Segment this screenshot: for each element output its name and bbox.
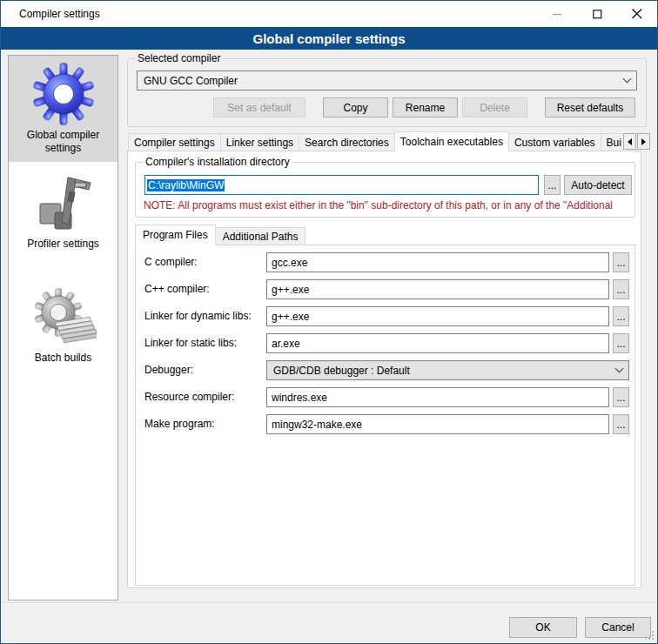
tab-search-directories[interactable]: Search directories <box>299 133 395 151</box>
tabs-clip: Compiler settings Linker settings Search… <box>128 131 621 151</box>
installation-directory-value: C:\raylib\MinGW <box>147 179 225 191</box>
group-label: Selected compiler <box>135 52 223 64</box>
selected-compiler-group: Selected compiler GNU GCC Compiler Set a… <box>127 58 647 127</box>
tab-linker-settings[interactable]: Linker settings <box>220 133 299 151</box>
installation-note: NOTE: All programs must exist either in … <box>144 199 634 211</box>
tab-toolchain-executables[interactable]: Toolchain executables <box>394 131 509 151</box>
tab-build-options[interactable]: Build options <box>601 133 621 151</box>
window-controls <box>537 1 657 27</box>
program-files-panel: C compiler: ... C++ compiler: ... Linker… <box>135 245 635 586</box>
caliper-profiler-icon <box>33 172 94 235</box>
blue-gear-icon <box>31 62 96 126</box>
maximize-icon <box>593 10 602 19</box>
rename-button[interactable]: Rename <box>393 97 458 117</box>
reset-defaults-button[interactable]: Reset defaults <box>545 97 635 117</box>
browse-resource-compiler-button[interactable]: ... <box>613 387 629 407</box>
compiler-select[interactable]: GNU GCC Compiler <box>137 70 637 91</box>
ok-button[interactable]: OK <box>509 617 577 638</box>
static-linker-input[interactable] <box>266 333 609 353</box>
field-label: Linker for static libs: <box>144 337 237 349</box>
debugger-select[interactable]: GDB/CDB debugger : Default <box>266 360 629 380</box>
field-label: C compiler: <box>144 256 198 268</box>
field-label: Make program: <box>144 418 215 430</box>
debugger-select-value: GDB/CDB debugger : Default <box>273 365 410 377</box>
field-row-make-program: Make program: ... <box>136 414 634 434</box>
browse-c-compiler-button[interactable]: ... <box>613 252 629 272</box>
settings-tabstrip: Compiler settings Linker settings Search… <box>128 131 650 151</box>
window-title: Compiler settings <box>19 8 100 20</box>
browse-cpp-compiler-button[interactable]: ... <box>613 279 629 299</box>
field-row-cpp-compiler: C++ compiler: ... <box>136 279 634 299</box>
sidebar-item-profiler-settings[interactable]: Profiler settings <box>9 172 118 258</box>
sidebar-item-label: Profiler settings <box>24 235 103 258</box>
field-row-dynamic-linker: Linker for dynamic libs: ... <box>136 306 634 326</box>
field-label: Resource compiler: <box>144 391 234 403</box>
auto-detect-button[interactable]: Auto-detect <box>564 175 632 195</box>
compiler-buttons-row: Set as default Copy Rename Delete Reset … <box>213 97 635 117</box>
dialog-banner: Global compiler settings <box>1 27 657 50</box>
field-label: Debugger: <box>144 364 193 376</box>
settings-sidebar: Global compiler settings Profiler settin… <box>8 55 118 600</box>
installation-directory-group: Compiler's installation directory C:\ray… <box>135 162 635 218</box>
installation-directory-input[interactable]: C:\raylib\MinGW <box>144 175 539 195</box>
browse-directory-button[interactable]: ... <box>544 175 561 195</box>
compiler-select-value: GNU GCC Compiler <box>144 75 238 87</box>
field-label: Linker for dynamic libs: <box>144 310 252 322</box>
tab-scroll-right-button[interactable] <box>637 133 650 150</box>
delete-button[interactable]: Delete <box>462 97 527 117</box>
close-button[interactable] <box>617 1 657 27</box>
tab-custom-variables[interactable]: Custom variables <box>508 133 601 151</box>
minimize-button[interactable] <box>537 1 577 27</box>
footer-divider <box>1 602 657 603</box>
cancel-button[interactable]: Cancel <box>585 617 651 638</box>
group-label: Compiler's installation directory <box>143 156 292 168</box>
tab-scroll-left-button[interactable] <box>623 133 636 150</box>
resource-compiler-input[interactable] <box>266 387 609 407</box>
maximize-button[interactable] <box>577 1 617 27</box>
toolchain-executables-panel: Compiler's installation directory C:\ray… <box>127 151 641 588</box>
sidebar-item-global-compiler-settings[interactable]: Global compiler settings <box>9 56 118 162</box>
c-compiler-input[interactable] <box>266 252 609 272</box>
field-row-static-linker: Linker for static libs: ... <box>136 333 634 353</box>
copy-button[interactable]: Copy <box>323 97 388 117</box>
sidebar-item-label: Global compiler settings <box>9 126 118 162</box>
sidebar-item-batch-builds[interactable]: Batch builds <box>9 286 118 372</box>
subtab-additional-paths[interactable]: Additional Paths <box>215 227 306 245</box>
browse-make-program-button[interactable]: ... <box>613 414 629 434</box>
program-subtabstrip: Program Files Additional Paths <box>135 225 306 245</box>
compiler-settings-window: Compiler settings Global compiler settin… <box>0 0 658 644</box>
field-row-debugger: Debugger: GDB/CDB debugger : Default <box>136 360 634 380</box>
chevron-down-icon <box>623 75 632 84</box>
dynamic-linker-input[interactable] <box>266 306 609 326</box>
resize-grip[interactable] <box>645 631 655 641</box>
set-as-default-button[interactable]: Set as default <box>213 97 306 117</box>
minimize-icon <box>553 10 562 19</box>
field-label: C++ compiler: <box>144 283 210 295</box>
make-program-input[interactable] <box>266 414 609 434</box>
subtab-program-files[interactable]: Program Files <box>135 225 216 245</box>
field-row-c-compiler: C compiler: ... <box>136 252 634 272</box>
banner-title: Global compiler settings <box>252 31 405 46</box>
titlebar: Compiler settings <box>1 1 657 27</box>
cpp-compiler-input[interactable] <box>266 279 609 299</box>
close-icon <box>632 9 642 19</box>
scroll-left-icon <box>628 138 632 145</box>
tab-compiler-settings[interactable]: Compiler settings <box>128 133 221 151</box>
sidebar-item-label: Batch builds <box>31 349 95 372</box>
browse-static-linker-button[interactable]: ... <box>613 333 629 353</box>
scroll-right-icon <box>641 138 646 145</box>
chevron-down-icon <box>615 365 624 373</box>
browse-dynamic-linker-button[interactable]: ... <box>613 306 629 326</box>
field-row-resource-compiler: Resource compiler: ... <box>136 387 634 407</box>
gear-stack-icon <box>30 286 97 349</box>
